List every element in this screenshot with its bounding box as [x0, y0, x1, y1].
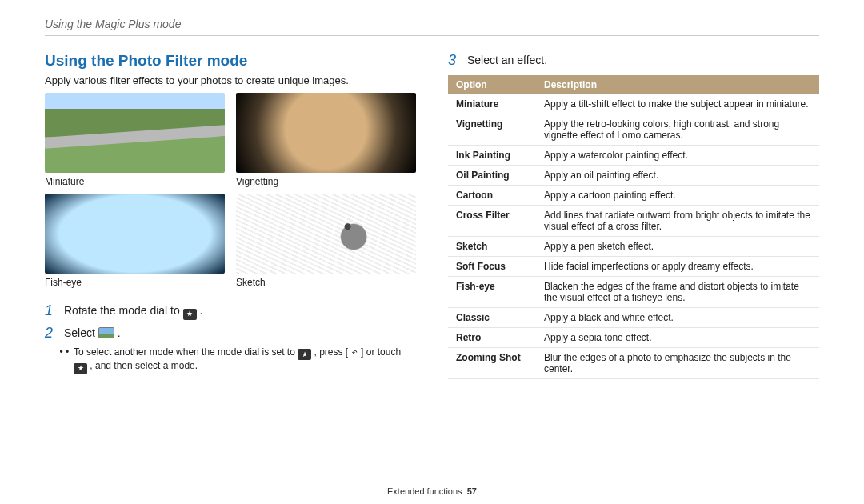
step-2-substep: To select another mode when the mode dia…	[66, 346, 416, 374]
option-name: Fish-eye	[448, 277, 536, 308]
return-icon: ↶	[351, 346, 358, 358]
option-description: Apply a pen sketch effect.	[536, 237, 819, 257]
section-title: Using the Photo Filter mode	[45, 52, 416, 70]
step-1: 1 Rotate the mode dial to ★ .	[45, 302, 416, 320]
mode-dial-magic-icon: ★	[74, 363, 87, 374]
table-header-description: Description	[536, 75, 819, 94]
option-description: Apply a cartoon painting effect.	[536, 186, 819, 206]
option-description: Blacken the edges of the frame and disto…	[536, 277, 819, 308]
sample-sketch: Sketch	[236, 194, 416, 288]
sample-caption: Fish-eye	[45, 277, 225, 288]
option-name: Miniature	[448, 94, 536, 114]
step-1-text-after: .	[200, 304, 203, 317]
step-3-text: Select an effect.	[467, 52, 547, 69]
sample-thumb-sketch	[236, 194, 416, 274]
mode-dial-magic-icon: ★	[298, 349, 311, 360]
table-row: Fish-eyeBlacken the edges of the frame a…	[448, 277, 819, 308]
sample-caption: Miniature	[45, 176, 225, 187]
table-row: RetroApply a sepia tone effect.	[448, 328, 819, 348]
table-row: SketchApply a pen sketch effect.	[448, 237, 819, 257]
step-number: 3	[448, 52, 459, 69]
option-name: Vignetting	[448, 114, 536, 146]
step-2-text-after: .	[118, 326, 121, 339]
table-row: Zooming ShotBlur the edges of a photo to…	[448, 348, 819, 379]
option-name: Zooming Shot	[448, 348, 536, 379]
sample-fisheye: Fish-eye	[45, 194, 225, 288]
right-column: 3 Select an effect. Option Description M…	[448, 52, 819, 379]
step-2-text-before: Select	[64, 326, 98, 339]
option-name: Soft Focus	[448, 257, 536, 277]
table-row: VignettingApply the retro-looking colors…	[448, 114, 819, 146]
option-name: Retro	[448, 328, 536, 348]
option-description: Apply an oil painting effect.	[536, 166, 819, 186]
table-row: MiniatureApply a tilt-shift effect to ma…	[448, 94, 819, 114]
table-row: ClassicApply a black and white effect.	[448, 308, 819, 328]
option-description: Apply a sepia tone effect.	[536, 328, 819, 348]
table-row: Oil PaintingApply an oil painting effect…	[448, 166, 819, 186]
option-description: Hide facial imperfections or apply dream…	[536, 257, 819, 277]
sample-vignetting: Vignetting	[236, 93, 416, 187]
option-name: Sketch	[448, 237, 536, 257]
table-row: CartoonApply a cartoon painting effect.	[448, 186, 819, 206]
option-name: Oil Painting	[448, 166, 536, 186]
sample-caption: Vignetting	[236, 176, 416, 187]
option-name: Ink Painting	[448, 146, 536, 166]
sample-thumb-fisheye	[45, 194, 225, 274]
option-description: Apply a watercolor painting effect.	[536, 146, 819, 166]
option-description: Apply a black and white effect.	[536, 308, 819, 328]
footer-section: Extended functions	[387, 486, 462, 496]
sample-grid: MiniatureVignettingFish-eyeSketch	[45, 93, 416, 288]
step-number: 2	[45, 325, 56, 342]
option-name: Cartoon	[448, 186, 536, 206]
step-2: 2 Select .	[45, 325, 416, 342]
footer-page-number: 57	[467, 486, 477, 496]
breadcrumb: Using the Magic Plus mode	[45, 18, 819, 36]
photo-filter-icon	[98, 327, 114, 338]
sample-miniature: Miniature	[45, 93, 225, 187]
option-description: Apply a tilt-shift effect to make the su…	[536, 94, 819, 114]
step-number: 1	[45, 302, 56, 319]
sample-thumb-miniature	[45, 93, 225, 173]
option-description: Apply the retro-looking colors, high con…	[536, 114, 819, 146]
effects-table: Option Description MiniatureApply a tilt…	[448, 75, 819, 379]
table-row: Soft FocusHide facial imperfections or a…	[448, 257, 819, 277]
option-name: Cross Filter	[448, 206, 536, 237]
lead-text: Apply various filter effects to your pho…	[45, 74, 416, 86]
table-header-option: Option	[448, 75, 536, 94]
option-name: Classic	[448, 308, 536, 328]
sample-thumb-vignetting	[236, 93, 416, 173]
sample-caption: Sketch	[236, 277, 416, 288]
page-footer: Extended functions 57	[0, 486, 864, 496]
option-description: Add lines that radiate outward from brig…	[536, 206, 819, 237]
step-3: 3 Select an effect.	[448, 52, 819, 69]
table-row: Ink PaintingApply a watercolor painting …	[448, 146, 819, 166]
step-1-text-before: Rotate the mode dial to	[64, 304, 183, 317]
mode-dial-magic-icon: ★	[183, 309, 197, 320]
table-row: Cross FilterAdd lines that radiate outwa…	[448, 206, 819, 237]
left-column: Using the Photo Filter mode Apply variou…	[45, 52, 416, 379]
option-description: Blur the edges of a photo to emphasize t…	[536, 348, 819, 379]
